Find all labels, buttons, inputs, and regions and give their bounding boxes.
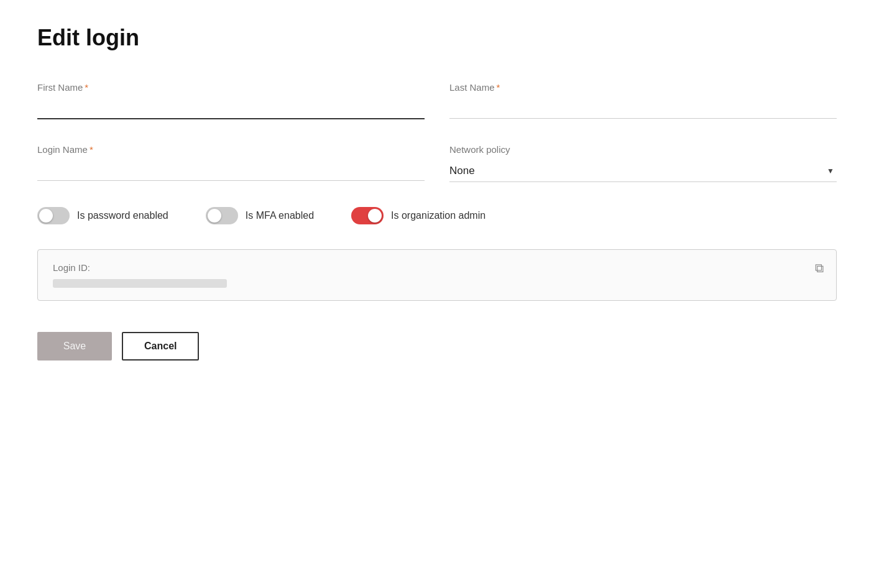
- page-title: Edit login: [37, 25, 837, 51]
- network-policy-label: Network policy: [449, 144, 837, 155]
- mfa-enabled-label: Is MFA enabled: [246, 210, 314, 221]
- login-id-box: Login ID: ⧉: [37, 249, 837, 301]
- toggles-row: Is password enabled Is MFA enabled Is or…: [37, 207, 837, 224]
- last-name-label: Last Name*: [449, 82, 837, 93]
- name-row: First Name* Last Name*: [37, 82, 837, 119]
- password-enabled-thumb: [39, 209, 53, 223]
- login-name-input[interactable]: [37, 160, 425, 181]
- save-button[interactable]: Save: [37, 332, 112, 361]
- network-policy-select[interactable]: None Policy A Policy B: [449, 160, 837, 182]
- network-policy-select-wrapper: None Policy A Policy B: [449, 160, 837, 182]
- org-admin-thumb: [368, 209, 382, 223]
- first-name-input[interactable]: [37, 98, 425, 119]
- login-id-label: Login ID:: [53, 262, 821, 273]
- login-network-row: Login Name* Network policy None Policy A…: [37, 144, 837, 182]
- org-admin-toggle[interactable]: [351, 207, 384, 224]
- network-policy-group: Network policy None Policy A Policy B: [449, 144, 837, 182]
- password-enabled-label: Is password enabled: [77, 210, 168, 221]
- mfa-enabled-toggle[interactable]: [206, 207, 238, 224]
- password-enabled-group: Is password enabled: [37, 207, 168, 224]
- last-name-group: Last Name*: [449, 82, 837, 119]
- first-name-label: First Name*: [37, 82, 425, 93]
- last-name-input[interactable]: [449, 98, 837, 119]
- copy-icon[interactable]: ⧉: [815, 261, 824, 275]
- org-admin-label: Is organization admin: [391, 210, 485, 221]
- org-admin-group: Is organization admin: [351, 207, 485, 224]
- login-name-group: Login Name*: [37, 144, 425, 182]
- login-id-value: [53, 279, 227, 288]
- cancel-button[interactable]: Cancel: [122, 332, 199, 361]
- mfa-enabled-group: Is MFA enabled: [206, 207, 314, 224]
- buttons-row: Save Cancel: [37, 332, 837, 361]
- first-name-group: First Name*: [37, 82, 425, 119]
- login-name-label: Login Name*: [37, 144, 425, 155]
- password-enabled-toggle[interactable]: [37, 207, 70, 224]
- mfa-enabled-thumb: [208, 209, 221, 223]
